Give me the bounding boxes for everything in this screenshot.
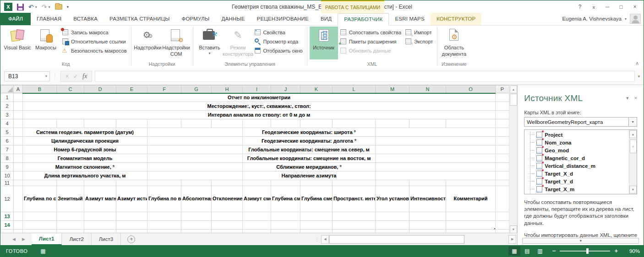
cell[interactable] [14,154,23,163]
cell[interactable] [496,145,509,154]
properties-button[interactable]: Свойства [254,29,303,36]
new-sheet-button[interactable]: + [127,236,135,243]
vertical-scroll-thumb[interactable] [510,94,517,106]
scroll-left-icon[interactable]: ◀ [321,235,329,244]
param-input-cell[interactable] [376,171,496,180]
tree-scroll-down-icon[interactable]: ▼ [629,186,637,193]
expansion-packs-button[interactable]: + Пакеты расширения [340,38,401,45]
cell[interactable] [14,221,23,230]
signed-in-user[interactable]: Eugenia A. Vishnevskaya [562,16,622,21]
param-input-cell[interactable] [147,171,243,180]
sheet-nav-right-icon[interactable]: ▶ [22,237,25,241]
row-header-4[interactable]: 4 [1,119,14,128]
run-dialog-button[interactable]: Отобразить окно [254,47,303,54]
selected-cell[interactable] [409,221,446,230]
table-column-header[interactable]: Глубина смещения к востоку, м [300,186,333,212]
sheet-tab[interactable]: Лист1 [32,233,62,245]
cell[interactable] [14,212,23,221]
column-header-K[interactable]: K [300,86,333,93]
file-tab[interactable]: ФАЙЛ [0,13,31,25]
column-header-G[interactable]: G [181,86,212,93]
maximize-button[interactable]: □ [615,2,627,11]
xml-tree-item[interactable]: * Target_X_d [524,170,629,177]
import-button[interactable]: ↓ Импорт [405,29,433,36]
ribbon-tab[interactable]: ГЛАВНАЯ [31,13,67,25]
xml-tree-item[interactable]: * Project [524,131,629,139]
combo-dropdown-icon[interactable]: ▾ [628,118,637,126]
undo-icon[interactable]: ↶ [28,4,34,10]
cell[interactable] [496,212,509,221]
table-column-header[interactable]: Глубина смещения к северу, м [271,186,300,212]
column-header-P[interactable]: P [496,86,509,93]
pane-close-icon[interactable]: × [634,95,637,101]
ribbon-tab[interactable]: ESRI MAPS [389,13,430,25]
selected-cell[interactable] [57,212,84,221]
column-header-D[interactable]: D [84,86,116,93]
selected-cell[interactable] [84,212,116,221]
selected-cell[interactable] [446,212,496,221]
table-column-header[interactable]: Отклонение от устья, м [212,186,243,212]
ribbon-tab[interactable]: ВСТАВКА [67,13,104,25]
param-label[interactable]: Сближение меридианов, ° [243,163,376,171]
param-input-cell[interactable] [376,145,496,154]
help-button[interactable]: ? [574,2,586,11]
xml-tree-item[interactable]: * Magnetic_cor_d [524,154,629,162]
param-input-cell[interactable] [147,137,243,145]
cell[interactable] [14,128,23,137]
ribbon-tab[interactable]: РЕЦЕНЗИРОВАНИЕ [251,13,315,25]
active-cell-B13[interactable] [23,212,57,221]
row-header-11[interactable]: 11 [1,180,14,186]
zoom-slider[interactable] [560,251,610,252]
tree-scrollbar[interactable]: ▲ ≡ ▼ [629,130,637,194]
row-header-12[interactable]: 12 [1,186,14,212]
row-header-13[interactable]: 13 [1,212,14,221]
table-column-header[interactable]: Глубина по стволу, м [23,186,57,212]
pane-options-icon[interactable]: ▾ [626,95,629,101]
column-header-A[interactable]: A [14,86,23,93]
page-break-view-button[interactable]: ▥ [534,246,546,256]
cell[interactable] [496,163,509,171]
com-addins-button[interactable]: ⚙ Надстройки COM [162,27,191,59]
column-header-M[interactable]: M [376,86,409,93]
xml-source-button[interactable]: Источник [310,27,338,59]
record-macro-button[interactable]: Запись макроса [62,29,127,36]
scroll-up-icon[interactable]: ▲ [510,86,517,93]
user-avatar[interactable] [630,14,641,24]
selected-cell[interactable] [271,212,300,221]
param-label[interactable]: Направление азимута [243,171,376,180]
view-code-button[interactable]: Просмотр кода [254,38,303,45]
param-input-cell[interactable] [376,154,496,163]
ribbon-tab[interactable]: РАЗРАБОТЧИК [338,13,389,26]
document-panel-button[interactable]: Область документа [440,27,468,59]
table-column-header[interactable]: Глубина по вертикали, м [147,186,181,212]
selected-cell[interactable] [333,212,376,221]
param-label[interactable]: Магнитное склонение, ° [23,163,147,171]
macros-button[interactable]: Макросы [32,27,60,59]
page-layout-view-button[interactable]: ▤ [521,246,533,256]
param-input-cell[interactable] [376,137,496,145]
table-column-header[interactable]: Абсолютная отметка, м [181,186,212,212]
xml-tree-item[interactable]: * Nom_zona [524,139,629,146]
column-header-J[interactable]: J [271,86,300,93]
cell[interactable] [496,171,509,180]
undo-dropdown-icon[interactable]: ▾ [35,5,37,9]
sheet-tab[interactable]: Лист2 [62,233,91,245]
selected-cell[interactable] [181,221,212,230]
cell[interactable] [496,186,509,212]
ribbon-tab[interactable]: ФОРМУЛЫ [176,13,216,25]
param-input-cell[interactable] [376,163,496,171]
xml-tree-item[interactable]: * Target_Y_d [524,177,629,185]
collapse-ribbon-icon[interactable]: ∧ [635,60,639,66]
ribbon-tab[interactable]: КОНСТРУКТОР [431,13,482,25]
column-header-N[interactable]: N [409,86,446,93]
selected-cell[interactable] [116,212,147,221]
expand-formula-bar-icon[interactable]: ▾ [638,74,641,79]
xml-mapped-cell[interactable] [496,119,509,128]
save-icon[interactable] [17,4,24,11]
ribbon-display-options-button[interactable]: ⌅ [588,2,600,11]
param-label[interactable]: Глобальные координаты: смещение на восто… [243,154,376,163]
selected-cell[interactable] [409,212,446,221]
xml-tree-item[interactable]: * Geo_mod [524,146,629,154]
table-column-header[interactable]: Зенитный угол, град. [57,186,84,212]
column-header-B[interactable]: B [23,86,57,93]
